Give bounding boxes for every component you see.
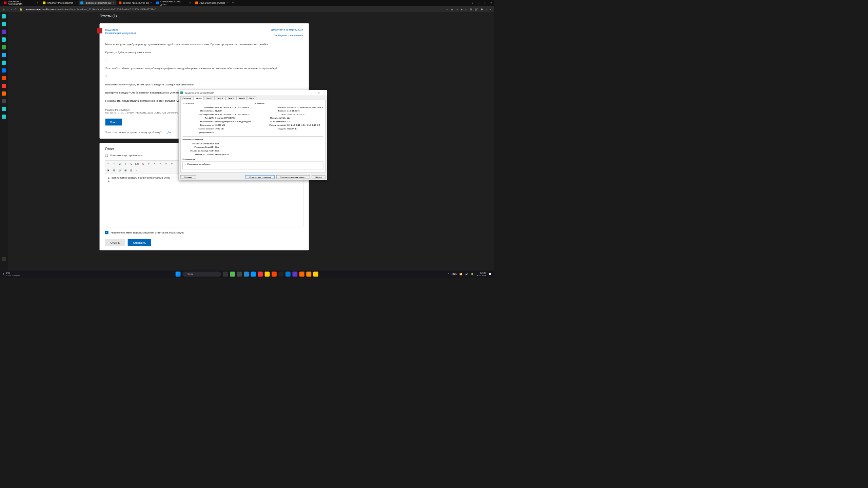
notify-checkbox[interactable]: ✓Уведомлять меня при размещении ответов … xyxy=(105,231,303,234)
dock-item[interactable] xyxy=(2,115,6,119)
send-button[interactable]: Отправить xyxy=(128,239,151,246)
close-icon[interactable]: × xyxy=(324,92,326,94)
taskbar-app[interactable] xyxy=(299,272,304,277)
helpful-yes-link[interactable]: Да xyxy=(167,130,171,134)
reply-button[interactable]: Ответ xyxy=(105,119,122,125)
dock-more-icon[interactable]: ⋯ xyxy=(2,265,6,269)
taskbar-app[interactable] xyxy=(230,272,235,277)
url-field[interactable]: answers.microsoft.com/ru-ru/windows/foru… xyxy=(25,7,442,11)
author-link[interactable]: DaveM121 xyxy=(105,28,136,32)
back-icon[interactable]: ‹ xyxy=(7,7,8,11)
shield-icon[interactable]: ◎ xyxy=(3,7,5,11)
browser-tab[interactable]: an error has occurred ple× xyxy=(117,0,154,5)
table-icon[interactable]: ▦ xyxy=(123,168,128,172)
shield2-icon[interactable]: ◈ xyxy=(461,7,463,11)
dock-item[interactable] xyxy=(2,92,6,96)
tray-time[interactable]: 12:39 xyxy=(476,272,486,274)
bookmark-icon[interactable]: ▭ xyxy=(456,7,458,11)
close-icon[interactable]: × xyxy=(227,1,229,4)
reload-icon[interactable]: ⟳ xyxy=(15,7,17,11)
face-icon[interactable]: ☺ xyxy=(446,7,449,11)
notification-icon[interactable]: 💬 xyxy=(489,273,492,276)
search-icon[interactable]: ⌕ xyxy=(472,1,474,4)
wifi-icon[interactable]: 📶 xyxy=(459,273,462,276)
taskbar-app[interactable] xyxy=(265,272,270,277)
undo-icon[interactable]: ↶ xyxy=(106,161,111,166)
tab-sound3[interactable]: Звук 3 xyxy=(226,96,236,100)
color-icon[interactable]: A xyxy=(141,161,145,166)
taskbar-app[interactable] xyxy=(278,272,283,277)
taskbar-app[interactable] xyxy=(272,272,277,277)
dock-item[interactable] xyxy=(2,22,6,26)
weather-widget[interactable]: ☀ 0°C В осн. солнечно xyxy=(2,272,20,277)
ext-icon[interactable]: ⬢ xyxy=(481,7,483,11)
play-icon[interactable]: ▷ xyxy=(466,7,468,11)
minimize-icon[interactable]: — xyxy=(477,1,480,4)
start-button[interactable] xyxy=(176,272,181,277)
editor-textarea[interactable]: 1. При попытке создать проект в программ… xyxy=(105,174,303,227)
new-tab-button[interactable]: + xyxy=(231,1,235,4)
tray-lang[interactable]: ENG xyxy=(452,273,457,276)
maximize-icon[interactable]: ▢ xyxy=(318,92,320,94)
translate-icon[interactable]: ▤ xyxy=(470,7,472,11)
align-justify-icon[interactable]: ≡ xyxy=(170,161,174,166)
html-icon[interactable]: ▧ xyxy=(129,168,134,172)
bold-icon[interactable]: B xyxy=(117,161,122,166)
exit-button[interactable]: Выход xyxy=(312,175,325,179)
cancel-button[interactable]: Отмена xyxy=(105,239,125,246)
underline-icon[interactable]: U xyxy=(129,161,134,166)
chevron-down-icon[interactable]: ⌄ xyxy=(119,15,121,18)
close-icon[interactable]: × xyxy=(190,1,191,4)
volume-icon[interactable]: 🔊 xyxy=(465,273,468,276)
menu-icon[interactable]: ≡ xyxy=(490,7,491,11)
tray-chevron-icon[interactable]: ^ xyxy=(448,273,449,276)
clear-icon[interactable]: ◁ xyxy=(135,168,140,172)
taskbar-app[interactable] xyxy=(244,272,249,277)
taskbar-app[interactable] xyxy=(251,272,256,277)
code-icon[interactable]: ▤ xyxy=(112,168,116,172)
redo-icon[interactable]: ↷ xyxy=(112,161,116,166)
dock-item[interactable] xyxy=(2,84,6,88)
taskbar-app[interactable] xyxy=(313,272,318,277)
eye-icon[interactable]: ◉ xyxy=(451,7,453,11)
lock-icon[interactable]: 🔒 xyxy=(19,7,22,11)
tab-sound2[interactable]: Звук 2 xyxy=(215,96,225,100)
tab-input[interactable]: Ввод xyxy=(247,96,256,100)
close-icon[interactable]: × xyxy=(151,1,152,4)
italic-icon[interactable]: I xyxy=(123,161,128,166)
dock-item[interactable] xyxy=(2,37,6,42)
align-right-icon[interactable]: ≡ xyxy=(164,161,169,166)
task-view-icon[interactable] xyxy=(223,272,228,277)
tab-display[interactable]: Экран xyxy=(194,96,204,100)
taskbar-app[interactable] xyxy=(285,272,291,277)
link-icon[interactable]: 🔗 xyxy=(117,168,122,172)
cart-icon[interactable]: 🛒 xyxy=(475,7,478,11)
tab-sound4[interactable]: Звук 4 xyxy=(236,96,247,100)
dock-item[interactable] xyxy=(2,76,6,80)
align-center-icon[interactable]: ≡ xyxy=(158,161,163,166)
report-link[interactable]: Сообщение о нарушении xyxy=(271,34,303,37)
dock-item[interactable] xyxy=(2,99,6,103)
browser-tab[interactable]: Ответы Mail.ru: Что делат× xyxy=(154,0,193,5)
taskbar-search[interactable]: ⌕ Поиск xyxy=(182,272,221,277)
close-icon[interactable]: × xyxy=(113,1,115,4)
save-info-button[interactable]: Сохранить все сведения... xyxy=(276,175,310,179)
dxdiag-titlebar[interactable]: Средство диагностики DirectX — ▢ × xyxy=(179,90,327,96)
color-dd-icon[interactable]: ▾ xyxy=(146,161,151,166)
browser-tab[interactable]: Плейлист Мне нравится× xyxy=(41,0,78,5)
image-icon[interactable]: ▣ xyxy=(106,168,111,172)
dock-item[interactable] xyxy=(2,14,6,19)
strike-icon[interactable]: abc xyxy=(135,161,140,166)
browser-tab-active[interactable]: Проблема с файлом d3d× xyxy=(79,0,117,5)
battery-icon[interactable]: 🔋 xyxy=(471,273,474,276)
minimize-icon[interactable]: — xyxy=(312,92,314,94)
next-page-button[interactable]: Следующая страница xyxy=(245,175,274,179)
maximize-icon[interactable]: ▢ xyxy=(484,1,486,4)
dock-item[interactable] xyxy=(2,53,6,57)
taskbar-app[interactable] xyxy=(237,272,242,277)
dock-item[interactable] xyxy=(2,68,6,73)
browser-tab[interactable]: Java Downloads | Oracle× xyxy=(193,0,230,5)
taskbar-app[interactable] xyxy=(258,272,263,277)
help-button[interactable]: Справка xyxy=(180,175,196,179)
tab-system[interactable]: Система xyxy=(180,96,193,100)
